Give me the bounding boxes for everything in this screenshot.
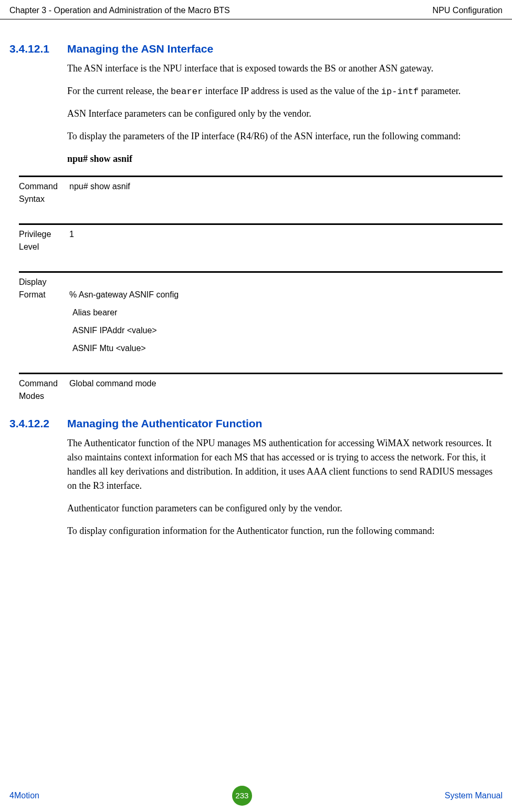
display-line: % Asn-gateway ASNIF config bbox=[69, 289, 503, 301]
header-left: Chapter 3 - Operation and Administration… bbox=[9, 4, 230, 17]
display-line: ASNIF Mtu <value> bbox=[72, 342, 503, 355]
def-value: npu# show asnif bbox=[69, 180, 503, 205]
text: For the current release, the bbox=[67, 86, 171, 96]
def-label: Privilege Level bbox=[19, 228, 69, 253]
section2-body: The Authenticator function of the NPU ma… bbox=[67, 436, 499, 538]
paragraph: Authenticator function parameters can be… bbox=[67, 501, 499, 516]
def-value: % Asn-gateway ASNIF config Alias bearer … bbox=[69, 276, 503, 360]
def-label: Command Modes bbox=[19, 377, 69, 403]
paragraph: ASN Interface parameters can be configur… bbox=[67, 107, 499, 121]
section-heading-2: 3.4.12.2 Managing the Authenticator Func… bbox=[9, 415, 503, 432]
paragraph: To display the parameters of the IP inte… bbox=[67, 129, 499, 143]
def-value: Global command mode bbox=[69, 377, 503, 403]
command-line: npu# show asnif bbox=[67, 152, 499, 166]
section-title: Managing the ASN Interface bbox=[67, 40, 213, 57]
page-content: 3.4.12.1 Managing the ASN Interface The … bbox=[0, 19, 512, 552]
def-label: Command Syntax bbox=[19, 180, 69, 205]
code-inline: bearer bbox=[171, 87, 203, 97]
text: parameter. bbox=[419, 86, 461, 96]
code-inline: ip-intf bbox=[381, 87, 419, 97]
section-heading-1: 3.4.12.1 Managing the ASN Interface bbox=[9, 40, 503, 57]
def-display-format: Display Format % Asn-gateway ASNIF confi… bbox=[19, 271, 503, 360]
page-number-badge: 233 bbox=[232, 786, 252, 806]
section-title: Managing the Authenticator Function bbox=[67, 415, 262, 432]
text: interface IP address is used as the valu… bbox=[203, 86, 381, 96]
def-command-syntax: Command Syntax npu# show asnif bbox=[19, 176, 503, 205]
page-header: Chapter 3 - Operation and Administration… bbox=[0, 0, 512, 19]
display-line: ASNIF IPAddr <value> bbox=[72, 324, 503, 337]
section1-body: The ASN interface is the NPU interface t… bbox=[67, 61, 499, 167]
header-right: NPU Configuration bbox=[433, 4, 503, 17]
def-command-modes: Command Modes Global command mode bbox=[19, 373, 503, 403]
section-number: 3.4.12.1 bbox=[9, 40, 67, 57]
page-footer: 4Motion 233 System Manual bbox=[0, 786, 512, 806]
footer-right: System Manual bbox=[445, 789, 503, 802]
footer-left: 4Motion bbox=[9, 789, 39, 802]
def-privilege-level: Privilege Level 1 bbox=[19, 223, 503, 253]
def-value: 1 bbox=[69, 228, 503, 253]
display-line: Alias bearer bbox=[72, 306, 503, 319]
section-number: 3.4.12.2 bbox=[9, 415, 67, 432]
paragraph: The ASN interface is the NPU interface t… bbox=[67, 61, 499, 76]
paragraph: To display configuration information for… bbox=[67, 524, 499, 538]
def-label: Display Format bbox=[19, 276, 69, 360]
paragraph: The Authenticator function of the NPU ma… bbox=[67, 436, 499, 493]
paragraph: For the current release, the bearer inte… bbox=[67, 84, 499, 99]
